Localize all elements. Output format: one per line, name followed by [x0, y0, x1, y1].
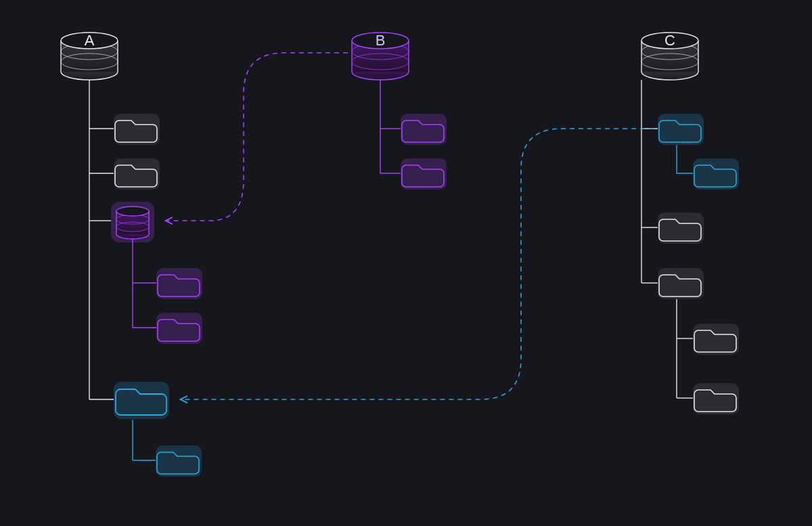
svg-rect-14	[156, 445, 202, 477]
folder-icon	[401, 158, 447, 190]
folder-icon	[114, 114, 160, 145]
database-c-label: C	[660, 32, 680, 49]
svg-rect-28	[658, 268, 704, 299]
folder-icon	[156, 445, 202, 477]
svg-rect-12	[156, 313, 202, 344]
database-a-label: A	[79, 32, 99, 49]
svg-rect-27	[658, 213, 704, 244]
svg-rect-4	[114, 114, 160, 145]
svg-rect-20	[401, 158, 447, 190]
folder-icon	[693, 383, 739, 414]
folder-icon	[156, 313, 202, 344]
svg-rect-29	[693, 324, 739, 355]
folder-icon	[156, 268, 202, 299]
svg-rect-30	[693, 383, 739, 414]
diagram-svg	[0, 0, 812, 526]
svg-rect-11	[156, 268, 202, 299]
folder-icon	[114, 158, 160, 190]
mount-link-b-to-a	[166, 53, 348, 221]
svg-rect-19	[401, 114, 447, 145]
folder-icon	[658, 268, 704, 299]
folder-icon	[114, 382, 169, 419]
svg-rect-26	[693, 158, 739, 190]
svg-point-10	[116, 206, 149, 216]
branch-line	[677, 145, 693, 173]
folder-icon	[658, 114, 704, 145]
folder-icon	[693, 158, 739, 190]
svg-rect-25	[658, 114, 704, 145]
folder-icon	[693, 324, 739, 355]
folder-icon	[658, 213, 704, 244]
folder-icon	[401, 114, 447, 145]
database-b-label: B	[370, 32, 390, 49]
nested-database-icon	[111, 202, 154, 242]
diagram-canvas: A B C	[0, 0, 812, 526]
svg-rect-5	[114, 158, 160, 190]
svg-rect-13	[114, 382, 169, 419]
